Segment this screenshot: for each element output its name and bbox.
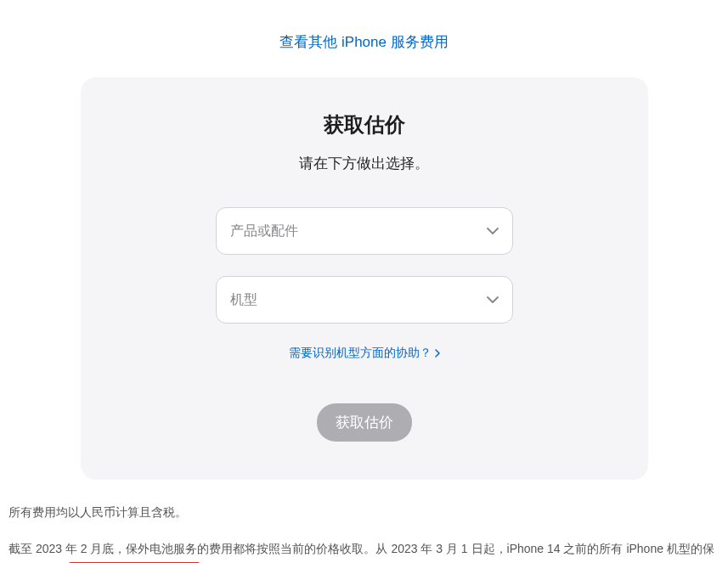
product-select-wrapper: 产品或配件 (216, 207, 513, 255)
model-select-placeholder: 机型 (230, 291, 257, 309)
top-link-container: 查看其他 iPhone 服务费用 (0, 0, 728, 77)
chevron-right-icon (435, 346, 440, 360)
footer-line2-part1: 截至 2023 年 2 月底，保外电池服务的费用都将按照当前的价格收取。从 20… (8, 542, 714, 563)
chevron-down-icon (487, 228, 499, 234)
estimate-card: 获取估价 请在下方做出选择。 产品或配件 机型 需要识别机型方面的协助？ (81, 77, 648, 480)
product-select-placeholder: 产品或配件 (230, 222, 298, 240)
footer-line1: 所有费用均以人民币计算且含税。 (8, 502, 720, 523)
get-estimate-button[interactable]: 获取估价 (317, 403, 412, 442)
model-select[interactable]: 机型 (216, 276, 513, 324)
help-link-label: 需要识别机型方面的协助？ (289, 346, 432, 361)
model-select-wrapper: 机型 (216, 276, 513, 324)
submit-row: 获取估价 (115, 403, 614, 442)
footer-line2: 截至 2023 年 2 月底，保外电池服务的费用都将按照当前的价格收取。从 20… (8, 538, 720, 563)
footer-text: 所有费用均以人民币计算且含税。 截至 2023 年 2 月底，保外电池服务的费用… (0, 480, 728, 563)
chevron-down-icon (487, 296, 499, 303)
card-subtitle: 请在下方做出选择。 (115, 154, 614, 173)
card-title: 获取估价 (115, 111, 614, 138)
identify-model-help-link[interactable]: 需要识别机型方面的协助？ (289, 346, 440, 361)
product-select[interactable]: 产品或配件 (216, 207, 513, 255)
other-services-link[interactable]: 查看其他 iPhone 服务费用 (279, 34, 448, 50)
